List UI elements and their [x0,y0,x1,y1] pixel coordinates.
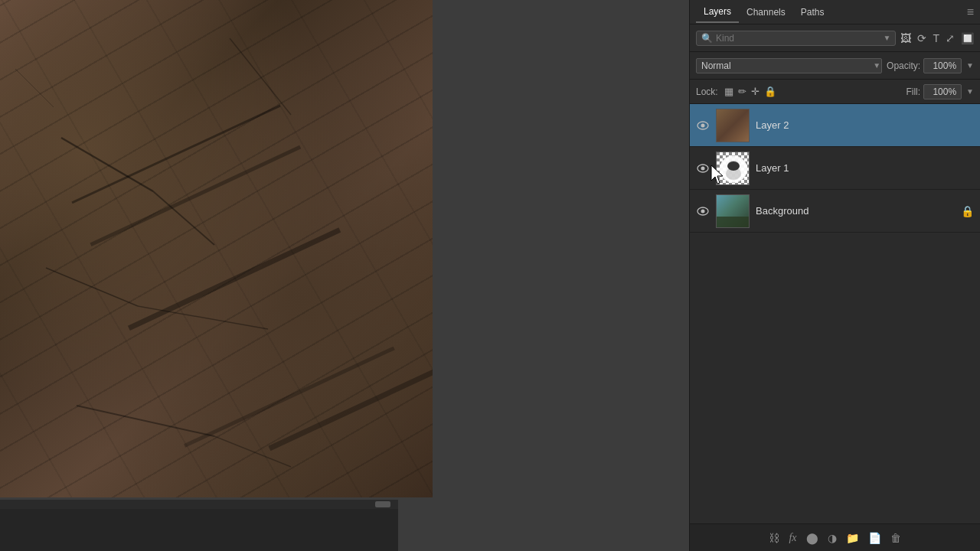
new-group-icon[interactable]: 📁 [846,532,859,544]
canvas-bottom-bar [0,509,398,551]
delete-layer-icon[interactable]: 🗑 [890,532,901,544]
svg-point-18 [728,161,739,168]
svg-point-11 [701,166,705,170]
filter-icons: 🖼 ⟳ T ⤢ 🔲 [900,32,974,44]
svg-point-17 [720,156,747,182]
scrollbar-thumb[interactable] [375,501,390,507]
lock-fill-row: Lock: ▦ ✏ ✛ 🔒 Fill: 100% ▼ [690,80,980,104]
opacity-group: Opacity: 100% ▼ [887,58,974,73]
layer1-visibility-toggle[interactable] [696,161,710,175]
canvas-area [0,0,689,551]
fill-label: Fill: [906,86,920,97]
opacity-dropdown-arrow[interactable]: ▼ [966,61,974,70]
background-visibility-toggle[interactable] [696,204,710,218]
background-lock-icon: 🔒 [961,205,974,217]
new-fill-adjustment-icon[interactable]: ⬤ [806,532,818,544]
tab-layers[interactable]: Layers [696,2,739,23]
layer2-visibility-toggle[interactable] [696,119,710,132]
new-adjustment-layer-icon[interactable]: ◑ [828,532,837,544]
lock-position-icon[interactable]: ✛ [751,86,760,97]
svg-line-2 [46,268,138,306]
search-icon: 🔍 [701,33,713,44]
lock-icons-group: ▦ ✏ ✛ 🔒 [724,86,776,97]
type-filter-icon[interactable]: T [933,32,939,44]
fill-dropdown-arrow[interactable]: ▼ [966,87,974,96]
panel-bottom-toolbar: ⛓ fx ⬤ ◑ 📁 📄 🗑 [690,523,980,551]
kind-input[interactable] [716,33,879,44]
svg-point-22 [701,209,705,213]
blend-mode-select[interactable]: Normal Dissolve Multiply Screen Overlay [696,58,882,73]
svg-rect-24 [717,217,750,228]
fx-icon[interactable]: fx [789,532,796,544]
transform-filter-icon[interactable]: ⤢ [946,32,955,44]
smartobject-filter-icon[interactable]: 🔲 [961,32,974,44]
svg-line-4 [77,406,214,436]
svg-rect-16 [717,152,750,185]
horizontal-scrollbar[interactable] [0,500,398,509]
svg-point-19 [726,168,741,180]
opacity-value[interactable]: 100% [923,58,962,73]
layer1-name: Layer 1 [756,162,974,174]
svg-line-3 [138,306,268,329]
layer2-thumbnail [716,109,750,142]
background-layer-name: Background [756,205,955,217]
adjustment-filter-icon[interactable]: ⟳ [917,32,926,44]
svg-line-0 [61,138,153,191]
svg-line-5 [214,436,291,467]
layer-item-layer1[interactable]: Layer 1 [690,147,980,190]
background-thumbnail [716,194,750,228]
layer2-name: Layer 2 [756,119,974,131]
lock-image-pixels-icon[interactable]: ✏ [738,86,746,97]
image-filter-icon[interactable]: 🖼 [900,32,911,44]
layers-list: Layer 2 [690,104,980,523]
layer1-thumbnail [716,152,750,185]
lock-transparent-pixels-icon[interactable]: ▦ [724,86,733,97]
tab-paths[interactable]: Paths [793,2,832,22]
blend-opacity-row: Normal Dissolve Multiply Screen Overlay … [690,52,980,80]
panel-options-icon[interactable]: ≡ [967,5,974,19]
layer-item-layer2[interactable]: Layer 2 [690,104,980,147]
tab-channels[interactable]: Channels [739,2,793,22]
layer-filter-toolbar: 🔍 ▼ 🖼 ⟳ T ⤢ 🔲 [690,24,980,52]
kind-search-box[interactable]: 🔍 ▼ [696,31,896,46]
opacity-label: Opacity: [887,60,920,71]
kind-dropdown-arrow[interactable]: ▼ [884,34,891,42]
svg-line-6 [230,38,291,115]
link-layers-icon[interactable]: ⛓ [769,532,779,544]
lock-label: Lock: [696,86,718,97]
layer-item-background[interactable]: Background 🔒 [690,190,980,233]
svg-point-9 [701,123,705,127]
canvas-image [0,0,433,497]
svg-line-7 [15,69,54,107]
panel-tab-bar: Layers Channels Paths ≡ [690,0,980,24]
layers-panel: Layers Channels Paths ≡ 🔍 ▼ 🖼 ⟳ T ⤢ 🔲 No… [689,0,980,551]
new-layer-icon[interactable]: 📄 [868,532,881,544]
svg-line-1 [153,191,214,245]
fill-value[interactable]: 100% [923,84,962,99]
fill-group: Fill: 100% ▼ [906,84,974,99]
lock-all-icon[interactable]: 🔒 [764,86,776,97]
